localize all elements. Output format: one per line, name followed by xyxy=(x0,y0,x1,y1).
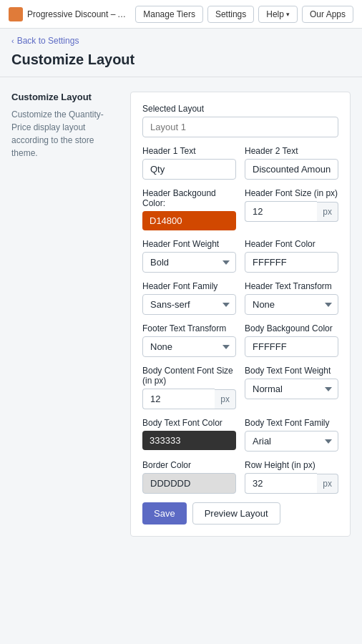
form-card: Selected Layout Header 1 Text Header 2 T… xyxy=(130,92,351,537)
header-font-family-group: Header Font Family Sans-serf Arial Georg… xyxy=(142,281,236,315)
body-bg-color-value: FFFFFF xyxy=(253,341,287,352)
body-font-size-input-wrapper: px xyxy=(142,389,236,409)
border-color-swatch[interactable]: DDDDDD xyxy=(142,473,236,494)
body-bg-color-label: Body Backgound Color xyxy=(245,323,338,333)
action-buttons-row: Save Preview Layout xyxy=(142,502,338,525)
header-font-color-value: FFFFFF xyxy=(253,257,287,268)
body-content-font-size-input[interactable] xyxy=(142,389,215,409)
app-icon xyxy=(9,7,23,21)
body-text-font-color-swatch[interactable]: 333333 xyxy=(142,431,236,450)
header-bg-color-label: Header Backgound Color: xyxy=(142,188,236,208)
header2-text-label: Header 2 Text xyxy=(245,146,338,156)
header-font-family-label: Header Font Family xyxy=(142,281,236,291)
chevron-left-icon: ‹ xyxy=(11,36,14,45)
header-text-transform-group: Header Text Transform None Uppercase Low… xyxy=(245,281,338,315)
help-button[interactable]: Help ▾ xyxy=(258,6,298,23)
settings-button[interactable]: Settings xyxy=(207,6,254,23)
preview-layout-button[interactable]: Preview Layout xyxy=(192,502,280,525)
header-font-weight-group: Header Font Weight Bold Normal Light xyxy=(142,239,236,273)
body-text-font-family-label: Body Text Font Family xyxy=(245,418,338,428)
footer-text-transform-group: Footer Text Transform None Uppercase Low… xyxy=(142,323,236,357)
header-bg-fontsize-row: Header Backgound Color: D14800 Header Fo… xyxy=(142,188,338,230)
header-texts-row: Header 1 Text Header 2 Text xyxy=(142,146,338,180)
header-fontweight-color-row: Header Font Weight Bold Normal Light Hea… xyxy=(142,239,338,273)
footer-text-transform-label: Footer Text Transform xyxy=(142,323,236,333)
left-panel: Customize Layout Customize the Quantity-… xyxy=(11,92,119,160)
header-font-size-input-wrapper: px xyxy=(245,201,338,222)
header-font-size-unit: px xyxy=(317,202,338,222)
row-height-input-wrapper: px xyxy=(245,473,338,494)
row-height-input[interactable] xyxy=(245,473,317,494)
header-fontfamily-transform-row: Header Font Family Sans-serf Arial Georg… xyxy=(142,281,338,315)
header-font-weight-select[interactable]: Bold Normal Light xyxy=(142,252,236,273)
border-color-group: Border Color DDDDDD xyxy=(142,460,236,494)
header-bg-color-group: Header Backgound Color: D14800 xyxy=(142,188,236,230)
footer-text-transform-select[interactable]: None Uppercase Lowercase Capitalize xyxy=(142,336,236,357)
header1-text-input[interactable] xyxy=(142,159,236,180)
footer-transform-body-bg-row: Footer Text Transform None Uppercase Low… xyxy=(142,323,338,357)
main-content: Customize Layout Customize the Quantity-… xyxy=(0,77,362,551)
header-font-size-group: Header Font Size (in px) px xyxy=(245,188,338,230)
body-text-font-weight-select[interactable]: Normal Bold Light xyxy=(245,379,338,399)
header-text-transform-select[interactable]: None Uppercase Lowercase Capitalize xyxy=(245,294,338,315)
body-bg-color-group: Body Backgound Color FFFFFF xyxy=(245,323,338,357)
border-color-value: DDDDDD xyxy=(150,478,190,489)
selected-layout-group: Selected Layout xyxy=(142,104,338,137)
body-text-font-color-label: Body Text Font Color xyxy=(142,418,236,428)
chevron-down-icon: ▾ xyxy=(286,11,290,18)
left-panel-desc: Customize the Quantity-Price display lay… xyxy=(11,108,119,160)
header-text-transform-label: Header Text Transform xyxy=(245,281,338,291)
body-content-font-size-label: Body Content Font Size (in px) xyxy=(142,366,236,386)
manage-tiers-button[interactable]: Manage Tiers xyxy=(135,6,203,23)
top-nav: Progressive Discount – A Tiered Discount… xyxy=(0,0,362,29)
header-font-size-label: Header Font Size (in px) xyxy=(245,188,338,198)
body-fontsize-weight-row: Body Content Font Size (in px) px Body T… xyxy=(142,366,338,409)
row-height-label: Row Height (in px) xyxy=(245,460,338,470)
header1-text-group: Header 1 Text xyxy=(142,146,236,180)
header2-text-input[interactable] xyxy=(245,159,338,180)
header-bg-color-value: D14800 xyxy=(150,215,182,226)
border-color-row-height-row: Border Color DDDDDD Row Height (in px) p… xyxy=(142,460,338,494)
header-font-family-select[interactable]: Sans-serf Arial Georgia xyxy=(142,294,236,315)
body-content-font-size-group: Body Content Font Size (in px) px xyxy=(142,366,236,409)
body-text-font-family-group: Body Text Font Family Arial Sans-serf Ge… xyxy=(245,418,338,452)
left-panel-title: Customize Layout xyxy=(11,92,119,102)
header-font-size-input[interactable] xyxy=(245,201,317,222)
header-font-color-label: Header Font Color xyxy=(245,239,338,249)
app-title: Progressive Discount – A Tiered Discount… xyxy=(27,9,131,19)
header1-text-label: Header 1 Text xyxy=(142,146,236,156)
border-color-label: Border Color xyxy=(142,460,236,470)
header2-text-group: Header 2 Text xyxy=(245,146,338,180)
save-button[interactable]: Save xyxy=(142,502,187,525)
body-text-font-weight-label: Body Text Font Weight xyxy=(245,366,338,376)
header-font-weight-label: Header Font Weight xyxy=(142,239,236,249)
back-to-settings-link[interactable]: ‹ Back to Settings xyxy=(0,29,362,49)
body-text-font-color-value: 333333 xyxy=(150,435,180,446)
our-apps-button[interactable]: Our Apps xyxy=(302,6,353,23)
row-height-unit: px xyxy=(317,474,338,494)
body-text-font-weight-group: Body Text Font Weight Normal Bold Light xyxy=(245,366,338,409)
body-fontcolor-family-row: Body Text Font Color 333333 Body Text Fo… xyxy=(142,418,338,452)
body-font-size-unit: px xyxy=(215,389,236,409)
body-text-font-family-select[interactable]: Arial Sans-serf Georgia xyxy=(245,431,338,452)
header-font-color-group: Header Font Color FFFFFF xyxy=(245,239,338,273)
selected-layout-label: Selected Layout xyxy=(142,104,338,114)
body-text-font-color-group: Body Text Font Color 333333 xyxy=(142,418,236,452)
row-height-group: Row Height (in px) px xyxy=(245,460,338,494)
page-title: Customize Layout xyxy=(0,49,362,77)
header-bg-color-swatch[interactable]: D14800 xyxy=(142,211,236,230)
selected-layout-input[interactable] xyxy=(142,117,338,137)
header-font-color-swatch[interactable]: FFFFFF xyxy=(245,252,338,273)
body-bg-color-swatch[interactable]: FFFFFF xyxy=(245,336,338,357)
